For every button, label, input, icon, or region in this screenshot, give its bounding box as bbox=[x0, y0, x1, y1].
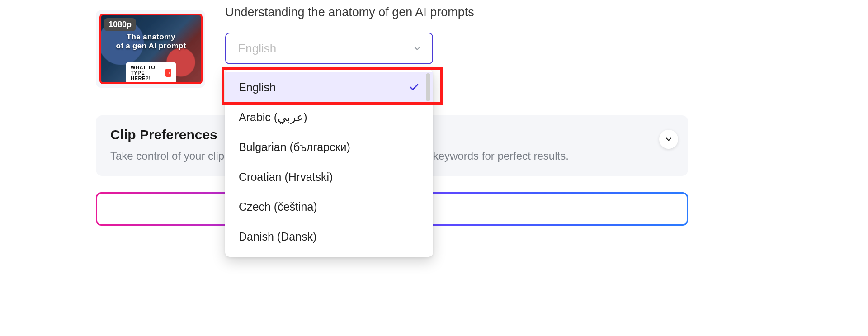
thumbnail-image: 1080p The anatomy of a gen AI prompt WHA… bbox=[99, 14, 203, 84]
language-option-english[interactable]: English bbox=[225, 72, 433, 102]
language-option-czech[interactable]: Czech (čeština) bbox=[225, 192, 433, 222]
resolution-badge: 1080p bbox=[104, 18, 136, 31]
video-thumbnail[interactable]: 1080p The anatomy of a gen AI prompt WHA… bbox=[96, 10, 205, 88]
language-select-value: English bbox=[238, 42, 276, 56]
thumbnail-chip-text: WHAT TO TYPE HERE?! bbox=[131, 65, 163, 81]
option-label: Croatian (Hrvatski) bbox=[239, 170, 333, 184]
scrollbar[interactable] bbox=[426, 73, 430, 101]
check-icon bbox=[409, 82, 420, 93]
thumbnail-overlay-chip: WHAT TO TYPE HERE?! → bbox=[126, 62, 176, 83]
chevron-down-icon bbox=[664, 135, 673, 144]
option-label: Arabic (عربي) bbox=[239, 111, 307, 124]
option-label: English bbox=[239, 81, 276, 94]
chevron-down-icon bbox=[412, 43, 422, 53]
option-label: Czech (čeština) bbox=[239, 200, 317, 213]
language-option-danish[interactable]: Danish (Dansk) bbox=[225, 222, 433, 251]
language-option-arabic[interactable]: Arabic (عربي) bbox=[225, 102, 433, 132]
language-dropdown[interactable]: English Arabic (عربي) Bulgarian (българс… bbox=[225, 70, 433, 257]
expand-button[interactable] bbox=[659, 130, 678, 149]
option-label: Danish (Dansk) bbox=[239, 230, 316, 243]
language-option-bulgarian[interactable]: Bulgarian (български) bbox=[225, 132, 433, 162]
language-select[interactable]: English bbox=[225, 33, 433, 64]
arrow-right-icon: → bbox=[165, 69, 171, 77]
video-title: Understanding the anatomy of gen AI prom… bbox=[225, 5, 474, 19]
thumbnail-overlay-title: The anatomy of a gen AI prompt bbox=[101, 33, 201, 50]
option-label: Bulgarian (български) bbox=[239, 141, 350, 154]
language-option-croatian[interactable]: Croatian (Hrvatski) bbox=[225, 162, 433, 192]
